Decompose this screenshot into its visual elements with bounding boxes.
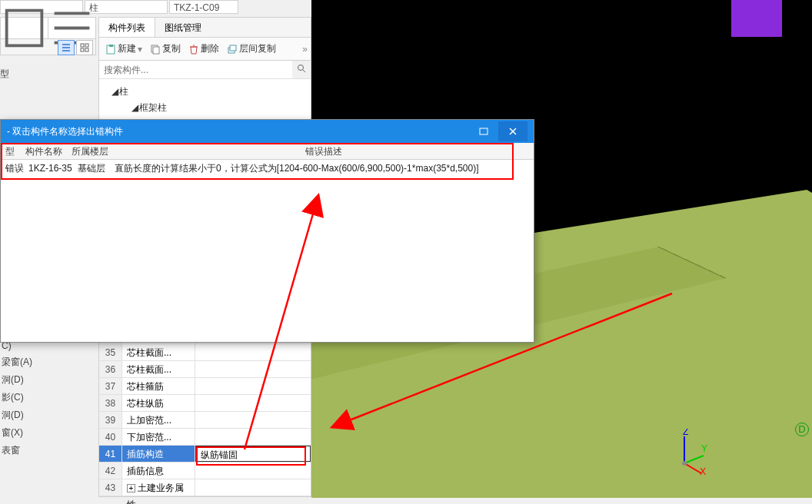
new-icon <box>105 44 116 55</box>
nav-item[interactable]: 影(C) <box>0 389 96 406</box>
nav-item[interactable]: 洞(D) <box>0 371 96 389</box>
axis-d-label: D <box>795 423 809 436</box>
view-switcher <box>58 40 93 55</box>
nav-item[interactable]: 梁窗(A) <box>0 353 96 371</box>
delete-icon <box>188 44 199 55</box>
dialog-title: - 双击构件名称选择出错构件 <box>7 125 469 138</box>
nav-tab-1[interactable] <box>1 18 48 38</box>
delete-button[interactable]: 删除 <box>185 41 222 57</box>
error-row[interactable]: 错误 1KZ-16-35 基础层 直筋长度的计算结果小于0，计算公式为[1204… <box>1 160 534 177</box>
layer-copy-button[interactable]: 层间复制 <box>224 41 279 57</box>
axis-gizmo: Z Y X <box>661 429 707 475</box>
table-row[interactable]: 39上加密范... <box>99 412 311 429</box>
component-panel: 构件列表 图纸管理 新建▾ 复制 删除 层间复制 » ◢柱 ◢框架柱 <box>98 17 311 121</box>
table-row[interactable]: 36芯柱截面... <box>99 361 311 378</box>
svg-rect-4 <box>85 48 88 51</box>
svg-point-10 <box>298 65 304 71</box>
svg-text:X: X <box>700 466 706 475</box>
svg-text:Z: Z <box>683 429 688 437</box>
new-button[interactable]: 新建▾ <box>102 41 145 57</box>
svg-rect-7 <box>153 47 159 54</box>
error-dialog: - 双击构件名称选择出错构件 型 构件名称 所属楼层 错误描述 错误 1KZ-1… <box>0 119 534 343</box>
dialog-body <box>1 177 534 342</box>
left-nav-list: M) C) 梁窗(A) 洞(D) 影(C) 洞(D) 窗(X) 表窗 <box>0 323 96 459</box>
dialog-header-row: 型 构件名称 所属楼层 错误描述 <box>1 143 534 160</box>
close-button[interactable] <box>498 121 527 141</box>
svg-line-13 <box>684 456 704 463</box>
close-icon <box>508 127 517 136</box>
tab-drawing-mgmt[interactable]: 图纸管理 <box>155 18 211 37</box>
table-row[interactable]: 41插筋构造纵筋锚固 <box>99 446 311 463</box>
table-row[interactable]: 42插筋信息 <box>99 463 311 479</box>
table-row[interactable]: 38芯柱纵筋 <box>99 395 311 412</box>
type-label: 型 <box>0 68 9 81</box>
nav-item[interactable]: 窗(X) <box>0 424 96 442</box>
svg-line-15 <box>684 463 701 473</box>
copy-button[interactable]: 复制 <box>147 41 184 57</box>
layercopy-icon <box>227 44 238 55</box>
svg-rect-18 <box>480 128 488 134</box>
property-table: 34保护层厚...(20) 35芯柱截面... 36芯柱截面... 37芯柱箍筋… <box>98 327 311 497</box>
view-grid-btn[interactable] <box>76 40 93 55</box>
nav-tab-2[interactable] <box>48 18 95 38</box>
search-button[interactable] <box>292 61 311 78</box>
svg-rect-9 <box>230 45 236 51</box>
maximize-icon <box>479 127 488 136</box>
table-row[interactable]: 35芯柱截面... <box>99 344 311 361</box>
svg-rect-1 <box>81 44 84 47</box>
top-code-label: TKZ-1-C09 <box>169 0 238 14</box>
table-row[interactable]: 43+土建业务属性 <box>99 479 311 496</box>
search-icon <box>297 64 306 73</box>
component-tree: ◢柱 ◢框架柱 <box>99 79 311 121</box>
svg-text:Y: Y <box>701 443 707 454</box>
svg-rect-3 <box>81 48 84 51</box>
nav-item[interactable]: 洞(D) <box>0 406 96 424</box>
table-row[interactable]: 40下加密范... <box>99 429 311 446</box>
tree-node[interactable]: ◢柱 <box>105 84 304 100</box>
view-list-btn[interactable] <box>58 40 75 55</box>
svg-rect-0 <box>7 11 42 46</box>
top-col-label: 柱 <box>85 0 168 14</box>
copy-icon <box>150 44 161 55</box>
purple-column-2 <box>731 0 782 37</box>
tree-node[interactable]: ◢框架柱 <box>105 100 304 116</box>
minimize-button[interactable] <box>469 121 498 141</box>
nav-item[interactable]: 表窗 <box>0 442 96 459</box>
svg-rect-2 <box>85 44 88 47</box>
table-row[interactable]: 37芯柱箍筋 <box>99 378 311 395</box>
svg-point-17 <box>682 461 687 466</box>
tab-component-list[interactable]: 构件列表 <box>99 18 155 37</box>
search-input[interactable] <box>99 61 292 78</box>
